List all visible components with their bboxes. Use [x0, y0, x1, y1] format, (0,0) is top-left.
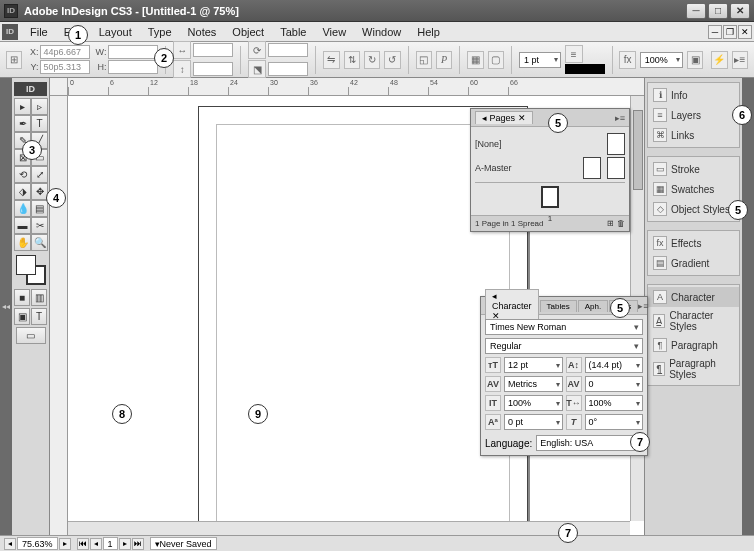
dock-stroke[interactable]: ▭Stroke [648, 159, 739, 179]
eyedropper-tool[interactable]: 💧 [14, 200, 31, 217]
zoom-next-icon[interactable]: ▸ [59, 538, 71, 550]
opacity-dropdown[interactable]: 100% [640, 52, 683, 68]
menu-type[interactable]: Type [140, 24, 180, 40]
scale-x-input[interactable] [193, 43, 233, 57]
rotate-cw-icon[interactable]: ↻ [364, 51, 380, 69]
dock-char-styles[interactable]: A̲Character Styles [648, 307, 739, 335]
pages-master[interactable]: A-Master [475, 163, 577, 173]
pages-none[interactable]: [None] [475, 139, 601, 149]
view-mode-icon[interactable]: ▭ [16, 327, 46, 344]
next-page-icon[interactable]: ▸ [119, 538, 131, 550]
leading-input[interactable]: (14.4 pt) [585, 357, 644, 373]
zoom-prev-icon[interactable]: ◂ [4, 538, 16, 550]
type-tool[interactable]: T [31, 115, 48, 132]
menu-object[interactable]: Object [224, 24, 272, 40]
ref-point-icon[interactable]: ⊞ [6, 51, 22, 69]
drop-shadow-icon[interactable]: ▣ [687, 51, 703, 69]
rotate-ccw-icon[interactable]: ↺ [384, 51, 400, 69]
scale-y-input[interactable] [193, 62, 233, 76]
dock-object-styles[interactable]: ◇Object Styles [648, 199, 739, 219]
x-input[interactable] [40, 45, 90, 59]
rotate-input[interactable] [268, 43, 308, 57]
toolbox-header[interactable]: ID [14, 82, 47, 96]
page-1-thumb[interactable] [541, 186, 559, 208]
hand-tool[interactable]: ✋ [14, 234, 31, 251]
page-field[interactable]: 1 [103, 537, 118, 550]
none-thumb[interactable] [607, 133, 625, 155]
dock-character[interactable]: ACharacter [648, 287, 739, 307]
menu-layout[interactable]: Layout [91, 24, 140, 40]
apply-color-icon[interactable]: ■ [14, 289, 30, 306]
char-tab[interactable]: ◂ Character ✕ [485, 289, 539, 322]
y-input[interactable] [40, 60, 90, 74]
font-style-dropdown[interactable]: Regular [485, 338, 643, 354]
gradient-tool[interactable]: ▤ [31, 200, 48, 217]
dock-info[interactable]: ℹInfo [648, 85, 739, 105]
menu-window[interactable]: Window [354, 24, 409, 40]
stroke-swatch[interactable] [565, 64, 605, 74]
button-tool[interactable]: ▬ [14, 217, 31, 234]
horizontal-scrollbar[interactable] [68, 521, 630, 535]
baseline-input[interactable]: 0 pt [504, 414, 563, 430]
apply-gradient-icon[interactable]: ▥ [31, 289, 47, 306]
menu-notes[interactable]: Notes [180, 24, 225, 40]
flip-h-icon[interactable]: ⇋ [323, 51, 339, 69]
stroke-style-icon[interactable]: ≡ [565, 45, 583, 63]
first-page-icon[interactable]: ⏮ [77, 538, 89, 550]
menu-help[interactable]: Help [409, 24, 448, 40]
shear-icon[interactable]: ⬔ [248, 60, 266, 78]
indesign-icon[interactable]: ID [2, 24, 18, 40]
scale-x-icon[interactable]: ↔ [173, 41, 191, 59]
master-thumb-l[interactable] [583, 157, 601, 179]
h-input[interactable] [108, 60, 158, 74]
rotate-icon[interactable]: ⟳ [248, 41, 266, 59]
selection-tool[interactable]: ▸ [14, 98, 31, 115]
select-container-icon[interactable]: ◱ [416, 51, 432, 69]
stroke-weight-dropdown[interactable]: 1 pt [519, 52, 561, 68]
font-size-input[interactable]: 12 pt [504, 357, 563, 373]
fill-stroke-control[interactable] [16, 255, 46, 285]
stroke-icon[interactable]: ▢ [488, 51, 504, 69]
zoom-tool[interactable]: 🔍 [31, 234, 48, 251]
rotate-tool[interactable]: ⟲ [14, 166, 31, 183]
hscale-input[interactable]: 100% [585, 395, 644, 411]
vertical-ruler[interactable] [50, 96, 68, 535]
flip-v-icon[interactable]: ⇅ [344, 51, 360, 69]
menu-view[interactable]: View [314, 24, 354, 40]
tab-3[interactable]: Aph. [578, 300, 608, 312]
language-dropdown[interactable]: English: USA [536, 435, 643, 451]
effects-icon[interactable]: fx [619, 51, 635, 69]
horizontal-ruler[interactable]: 0 6 12 18 24 30 36 42 48 54 60 66 [68, 78, 644, 96]
ruler-origin[interactable] [50, 78, 68, 96]
tracking-input[interactable]: 0 [585, 376, 644, 392]
version-status[interactable]: ▾ Never Saved [150, 537, 217, 550]
right-dock-strip[interactable] [742, 78, 754, 535]
fill-swatch-tool[interactable] [16, 255, 36, 275]
zoom-level[interactable]: 75.63% [17, 537, 58, 550]
menu-file[interactable]: File [22, 24, 56, 40]
w-input[interactable] [108, 45, 158, 59]
dock-effects[interactable]: fxEffects [648, 233, 739, 253]
pen-tool[interactable]: ✒ [14, 115, 31, 132]
doc-close-button[interactable]: ✕ [738, 25, 752, 39]
quick-apply-icon[interactable]: ⚡ [711, 51, 727, 69]
panel-menu-icon[interactable]: ▸≡ [615, 113, 625, 123]
character-panel[interactable]: ◂ Character ✕ Tables Aph. Mes ▸≡ Times N… [480, 296, 648, 456]
scale-y-icon[interactable]: ↕ [173, 60, 191, 78]
prev-page-icon[interactable]: ◂ [90, 538, 102, 550]
dock-layers[interactable]: ≡Layers [648, 105, 739, 125]
scale-tool[interactable]: ⤢ [31, 166, 48, 183]
shear-tool[interactable]: ⬗ [14, 183, 31, 200]
font-family-dropdown[interactable]: Times New Roman [485, 319, 643, 335]
pathfinder-icon[interactable]: P [436, 51, 452, 69]
char-panel-menu-icon[interactable]: ▸≡ [638, 301, 648, 311]
tab-2[interactable]: Tables [540, 300, 577, 312]
skew-input[interactable]: 0° [585, 414, 644, 430]
doc-restore-button[interactable]: ❐ [723, 25, 737, 39]
last-page-icon[interactable]: ⏭ [132, 538, 144, 550]
direct-selection-tool[interactable]: ▹ [31, 98, 48, 115]
menu-table[interactable]: Table [272, 24, 314, 40]
dock-para-styles[interactable]: ¶̲Paragraph Styles [648, 355, 739, 383]
dock-gradient[interactable]: ▤Gradient [648, 253, 739, 273]
panel-menu-icon[interactable]: ▸≡ [732, 51, 748, 69]
